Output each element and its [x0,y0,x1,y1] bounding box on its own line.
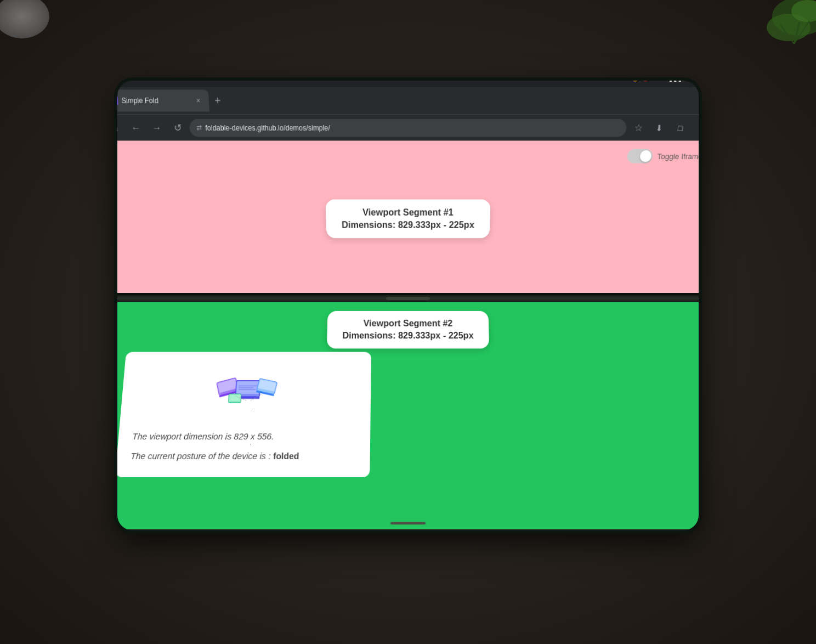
address-bar[interactable]: ⇄ foldable-devices.github.io/demos/simpl… [189,118,627,137]
bookmark-icon: ☆ [634,122,643,133]
tab-title: Simple Fold [121,97,191,105]
scene: 12:45 🔒 🔇 WiFi ▌▌▌ 43% 🔋 [0,0,816,644]
toggle-label: Toggle Iframe [657,152,699,161]
tab-bar: m Simple Fold × + [117,87,699,114]
download-button[interactable]: ⬇ [650,118,668,137]
record-icon: ● [698,123,699,133]
back-icon: ← [131,122,141,133]
wifi-icon: WiFi [652,81,668,82]
home-button[interactable]: ⌂ [117,118,124,137]
segment-1-title: Viewport Segment #1 [341,207,474,218]
info-card: The viewport dimension is 829 x 556. The… [117,352,371,477]
mute-icon: 🔇 [642,81,650,81]
status-icons: 🔒 🔇 WiFi ▌▌▌ 43% 🔋 [631,81,699,82]
device-body: 12:45 🔒 🔇 WiFi ▌▌▌ 43% 🔋 [117,81,699,530]
posture-label: The current posture of the device is : [131,450,271,461]
tab-close-button[interactable]: × [194,96,203,106]
svg-rect-21 [229,394,241,402]
segment-2-dimensions: Dimensions: 829.333px - 225px [342,331,473,341]
foldable-device: 12:45 🔒 🔇 WiFi ▌▌▌ 43% 🔋 [106,81,710,563]
lock-icon: 🔒 [631,81,640,81]
posture-value: folded [273,450,299,461]
segment-2-card: Viewport Segment #2 Dimensions: 829.333p… [327,311,490,349]
browser-bottom: Viewport Segment #2 Dimensions: 829.333p… [117,302,699,529]
toggle-knob [639,150,651,162]
segment-1-card: Viewport Segment #1 Dimensions: 829.333p… [325,199,491,238]
tab-favicon: m [117,97,118,105]
posture-text: The current posture of the device is : f… [130,449,356,463]
toggle-area: Toggle Iframe [627,149,699,163]
viewport-segment-2-area: Viewport Segment #2 Dimensions: 829.333p… [117,302,699,529]
reload-icon: ↺ [173,122,182,133]
laptop-illustration [134,363,358,421]
status-bar: 12:45 🔒 🔇 WiFi ▌▌▌ 43% 🔋 [117,81,699,87]
reload-button[interactable]: ↺ [168,118,187,137]
forward-button[interactable]: → [148,118,166,137]
extensions-button[interactable]: ◻ [671,118,689,137]
browser-chrome-top: 12:45 🔒 🔇 WiFi ▌▌▌ 43% 🔋 [117,81,699,293]
record-button[interactable]: ● [692,118,699,137]
toolbar: ⌂ ← → ↺ ⇄ foldable-devices [117,114,699,140]
screen-top: 12:45 🔒 🔇 WiFi ▌▌▌ 43% 🔋 [117,81,699,295]
back-button[interactable]: ← [127,118,145,137]
segment-1-dimensions: Dimensions: 829.333px - 225px [342,220,474,230]
plant-decoration [728,0,816,55]
toggle-iframe-switch[interactable] [627,149,653,163]
decorative-object [0,0,60,44]
forward-icon: → [152,122,162,133]
home-icon: ⌂ [117,122,118,133]
active-tab[interactable]: m Simple Fold × [117,89,209,111]
hinge [117,295,699,302]
new-tab-button[interactable]: + [211,94,224,107]
bottom-gesture-bar [390,522,426,525]
battery-text: 43% [685,81,699,81]
extensions-icon: ◻ [677,123,684,132]
signal-icon: ▌▌▌ [670,81,684,81]
viewport-segment-1-area: Toggle Iframe Viewport Segment #1 Dimens… [117,140,699,293]
url-text: foldable-devices.github.io/demos/simple/ [205,123,620,132]
clock: 12:45 [117,81,128,82]
segment-2-title: Viewport Segment #2 [343,319,474,329]
bookmark-button[interactable]: ☆ [629,118,648,137]
viewport-dimension-text: The viewport dimension is 829 x 556. [132,430,356,443]
download-icon: ⬇ [655,123,663,133]
screen-bottom: Viewport Segment #2 Dimensions: 829.333p… [117,302,699,529]
site-security-icon: ⇄ [196,124,202,132]
